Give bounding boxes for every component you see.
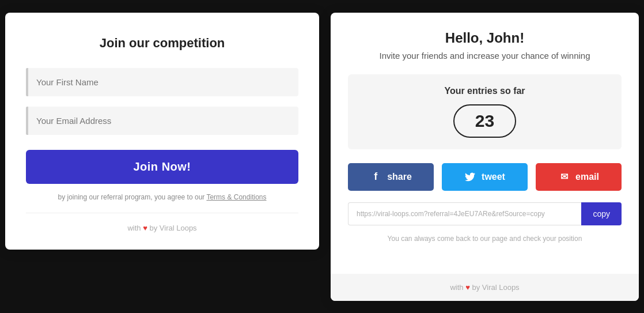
entries-box: Your entries so far 23 — [348, 74, 622, 149]
hello-title: Hello, John! — [348, 30, 622, 46]
heart-icon-right: ♥ — [465, 283, 470, 292]
facebook-icon: f — [370, 171, 381, 183]
facebook-label: share — [387, 172, 412, 182]
referral-row: copy — [348, 202, 622, 225]
email-share-button[interactable]: ✉ email — [536, 163, 622, 191]
email-icon: ✉ — [558, 171, 570, 183]
left-panel-title: Join our competition — [26, 36, 298, 51]
terms-text: by joining our referral program, you agr… — [26, 193, 298, 201]
right-panel: Hello, John! Invite your friends and inc… — [331, 13, 639, 301]
entries-count-wrapper: 23 — [359, 104, 610, 138]
referral-url-input[interactable] — [348, 202, 581, 225]
right-footer: with ♥ by Viral Loops — [331, 274, 639, 301]
entries-label: Your entries so far — [359, 86, 610, 96]
email-wrapper — [26, 107, 298, 135]
position-text: You can always come back to our page and… — [348, 235, 622, 243]
heart-icon: ♥ — [143, 224, 147, 232]
entries-count: 23 — [453, 104, 516, 138]
share-buttons-row: f share tweet ✉ email — [348, 163, 622, 191]
terms-link[interactable]: Terms & Conditions — [206, 193, 266, 201]
email-input[interactable] — [26, 107, 298, 135]
invite-subtitle: Invite your friends and increase your ch… — [348, 51, 622, 61]
join-now-button[interactable]: Join Now! — [26, 150, 298, 184]
left-panel: Join our competition Join Now! by joinin… — [5, 13, 319, 250]
first-name-wrapper — [26, 68, 298, 96]
twitter-icon — [464, 171, 476, 183]
email-label: email — [575, 172, 599, 182]
twitter-share-button[interactable]: tweet — [442, 163, 528, 191]
twitter-label: tweet — [482, 172, 505, 182]
left-footer: with ♥ by Viral Loops — [26, 213, 298, 232]
first-name-input[interactable] — [26, 68, 298, 96]
facebook-share-button[interactable]: f share — [348, 163, 434, 191]
copy-button[interactable]: copy — [581, 202, 622, 225]
